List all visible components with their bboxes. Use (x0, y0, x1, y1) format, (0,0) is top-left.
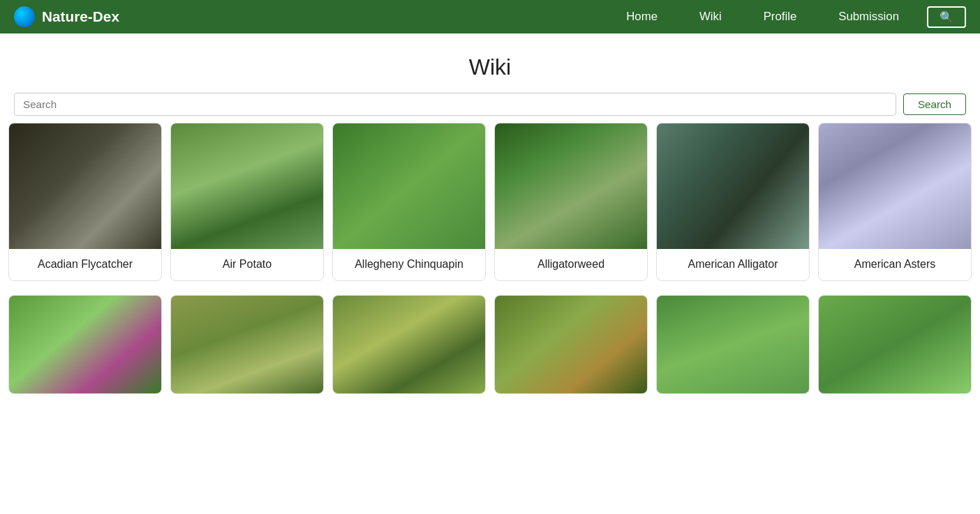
wiki-card-acadian-flycatcher[interactable]: Acadian Flycatcher (8, 123, 162, 281)
card-image-american-alligator (657, 123, 809, 249)
wiki-card-plant1[interactable] (656, 295, 810, 394)
search-input[interactable] (14, 93, 896, 116)
nav-home[interactable]: Home (626, 10, 658, 23)
card-name-alligatorweed: Alligatorweed (495, 249, 647, 280)
wiki-card-tree2[interactable] (332, 295, 486, 394)
card-name-american-alligator: American Alligator (657, 249, 809, 280)
page-title: Wiki (0, 54, 980, 80)
wiki-card-beautyberry[interactable] (8, 295, 162, 394)
navbar: Nature-Dex Home Wiki Profile Submission … (0, 0, 980, 33)
card-name-allegheny-chinquapin: Allegheny Chinquapin (333, 249, 485, 280)
logo-text: Nature-Dex (42, 8, 119, 25)
card-image-acadian-flycatcher (9, 123, 161, 249)
card-image-beautyberry (9, 296, 161, 393)
nav-logo[interactable]: Nature-Dex (14, 6, 119, 27)
card-image-tree2 (333, 296, 485, 393)
card-image-tree1 (171, 296, 323, 393)
nav-submission[interactable]: Submission (838, 10, 899, 23)
card-image-alligatorweed (495, 123, 647, 249)
wiki-card-american-aster[interactable]: American Asters (818, 123, 972, 281)
card-image-plant1 (657, 296, 809, 393)
nav-links: Home Wiki Profile Submission (626, 10, 899, 24)
nav-wiki[interactable]: Wiki (699, 10, 722, 23)
wiki-card-tree1[interactable] (170, 295, 324, 394)
card-name-american-aster: American Asters (819, 249, 971, 280)
wiki-grid-row1: Acadian FlycatcherAir PotatoAllegheny Ch… (0, 123, 980, 295)
search-button[interactable]: Search (903, 93, 966, 115)
wiki-card-frog[interactable] (494, 295, 648, 394)
card-image-american-aster (819, 123, 971, 249)
card-name-acadian-flycatcher: Acadian Flycatcher (9, 249, 161, 280)
logo-circle (14, 6, 35, 27)
card-image-air-potato (171, 123, 323, 249)
search-bar-area: Search (0, 93, 980, 123)
card-image-leaf (819, 296, 971, 393)
wiki-card-american-alligator[interactable]: American Alligator (656, 123, 810, 281)
wiki-card-alligatorweed[interactable]: Alligatorweed (494, 123, 648, 281)
card-name-air-potato: Air Potato (171, 249, 323, 280)
wiki-card-air-potato[interactable]: Air Potato (170, 123, 324, 281)
wiki-grid-row2 (0, 295, 980, 408)
card-image-allegheny-chinquapin (333, 123, 485, 249)
wiki-card-allegheny-chinquapin[interactable]: Allegheny Chinquapin (332, 123, 486, 281)
nav-profile[interactable]: Profile (764, 10, 797, 23)
card-image-frog (495, 296, 647, 393)
nav-search-button[interactable]: 🔍 (927, 6, 966, 28)
wiki-card-leaf[interactable] (818, 295, 972, 394)
